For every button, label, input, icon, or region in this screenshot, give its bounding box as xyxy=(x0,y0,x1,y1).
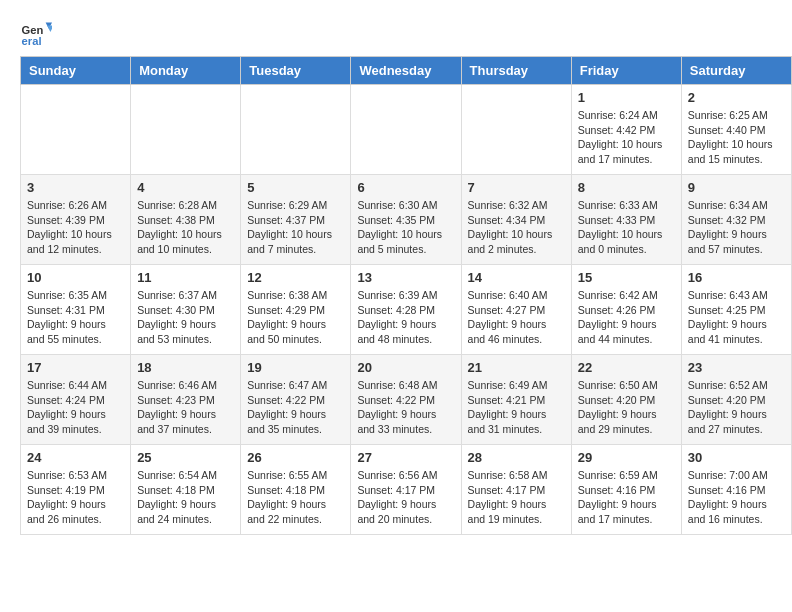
day-info: Sunrise: 6:26 AM Sunset: 4:39 PM Dayligh… xyxy=(27,198,124,257)
day-info: Sunrise: 6:44 AM Sunset: 4:24 PM Dayligh… xyxy=(27,378,124,437)
weekday-header-sunday: Sunday xyxy=(21,57,131,85)
calendar-cell: 30Sunrise: 7:00 AM Sunset: 4:16 PM Dayli… xyxy=(681,445,791,535)
day-number: 26 xyxy=(247,450,344,465)
day-info: Sunrise: 6:33 AM Sunset: 4:33 PM Dayligh… xyxy=(578,198,675,257)
logo-icon: Gen eral xyxy=(20,16,52,48)
day-info: Sunrise: 6:39 AM Sunset: 4:28 PM Dayligh… xyxy=(357,288,454,347)
day-info: Sunrise: 6:29 AM Sunset: 4:37 PM Dayligh… xyxy=(247,198,344,257)
calendar-cell: 11Sunrise: 6:37 AM Sunset: 4:30 PM Dayli… xyxy=(131,265,241,355)
day-number: 9 xyxy=(688,180,785,195)
calendar-cell: 13Sunrise: 6:39 AM Sunset: 4:28 PM Dayli… xyxy=(351,265,461,355)
day-number: 8 xyxy=(578,180,675,195)
calendar-week-5: 24Sunrise: 6:53 AM Sunset: 4:19 PM Dayli… xyxy=(21,445,792,535)
calendar-cell: 26Sunrise: 6:55 AM Sunset: 4:18 PM Dayli… xyxy=(241,445,351,535)
day-number: 28 xyxy=(468,450,565,465)
day-info: Sunrise: 6:38 AM Sunset: 4:29 PM Dayligh… xyxy=(247,288,344,347)
calendar-table: SundayMondayTuesdayWednesdayThursdayFrid… xyxy=(20,56,792,535)
calendar-cell: 8Sunrise: 6:33 AM Sunset: 4:33 PM Daylig… xyxy=(571,175,681,265)
day-info: Sunrise: 6:49 AM Sunset: 4:21 PM Dayligh… xyxy=(468,378,565,437)
day-info: Sunrise: 7:00 AM Sunset: 4:16 PM Dayligh… xyxy=(688,468,785,527)
calendar-cell: 25Sunrise: 6:54 AM Sunset: 4:18 PM Dayli… xyxy=(131,445,241,535)
logo: Gen eral xyxy=(20,16,56,48)
day-number: 20 xyxy=(357,360,454,375)
calendar-cell: 27Sunrise: 6:56 AM Sunset: 4:17 PM Dayli… xyxy=(351,445,461,535)
calendar-wrapper: SundayMondayTuesdayWednesdayThursdayFrid… xyxy=(0,56,792,545)
day-info: Sunrise: 6:32 AM Sunset: 4:34 PM Dayligh… xyxy=(468,198,565,257)
day-info: Sunrise: 6:28 AM Sunset: 4:38 PM Dayligh… xyxy=(137,198,234,257)
calendar-cell: 29Sunrise: 6:59 AM Sunset: 4:16 PM Dayli… xyxy=(571,445,681,535)
day-info: Sunrise: 6:25 AM Sunset: 4:40 PM Dayligh… xyxy=(688,108,785,167)
day-number: 3 xyxy=(27,180,124,195)
day-number: 10 xyxy=(27,270,124,285)
day-number: 24 xyxy=(27,450,124,465)
day-info: Sunrise: 6:46 AM Sunset: 4:23 PM Dayligh… xyxy=(137,378,234,437)
weekday-header-friday: Friday xyxy=(571,57,681,85)
day-number: 4 xyxy=(137,180,234,195)
day-info: Sunrise: 6:24 AM Sunset: 4:42 PM Dayligh… xyxy=(578,108,675,167)
calendar-cell xyxy=(131,85,241,175)
day-info: Sunrise: 6:58 AM Sunset: 4:17 PM Dayligh… xyxy=(468,468,565,527)
calendar-cell: 1Sunrise: 6:24 AM Sunset: 4:42 PM Daylig… xyxy=(571,85,681,175)
calendar-cell xyxy=(21,85,131,175)
calendar-cell: 7Sunrise: 6:32 AM Sunset: 4:34 PM Daylig… xyxy=(461,175,571,265)
calendar-cell: 24Sunrise: 6:53 AM Sunset: 4:19 PM Dayli… xyxy=(21,445,131,535)
day-info: Sunrise: 6:37 AM Sunset: 4:30 PM Dayligh… xyxy=(137,288,234,347)
calendar-week-2: 3Sunrise: 6:26 AM Sunset: 4:39 PM Daylig… xyxy=(21,175,792,265)
calendar-cell: 23Sunrise: 6:52 AM Sunset: 4:20 PM Dayli… xyxy=(681,355,791,445)
day-info: Sunrise: 6:55 AM Sunset: 4:18 PM Dayligh… xyxy=(247,468,344,527)
calendar-cell: 6Sunrise: 6:30 AM Sunset: 4:35 PM Daylig… xyxy=(351,175,461,265)
calendar-cell: 22Sunrise: 6:50 AM Sunset: 4:20 PM Dayli… xyxy=(571,355,681,445)
day-number: 16 xyxy=(688,270,785,285)
day-info: Sunrise: 6:30 AM Sunset: 4:35 PM Dayligh… xyxy=(357,198,454,257)
day-number: 15 xyxy=(578,270,675,285)
calendar-cell xyxy=(461,85,571,175)
day-number: 29 xyxy=(578,450,675,465)
day-number: 27 xyxy=(357,450,454,465)
calendar-header-row: SundayMondayTuesdayWednesdayThursdayFrid… xyxy=(21,57,792,85)
calendar-cell xyxy=(351,85,461,175)
day-info: Sunrise: 6:54 AM Sunset: 4:18 PM Dayligh… xyxy=(137,468,234,527)
weekday-header-wednesday: Wednesday xyxy=(351,57,461,85)
day-info: Sunrise: 6:35 AM Sunset: 4:31 PM Dayligh… xyxy=(27,288,124,347)
day-info: Sunrise: 6:40 AM Sunset: 4:27 PM Dayligh… xyxy=(468,288,565,347)
day-number: 1 xyxy=(578,90,675,105)
weekday-header-thursday: Thursday xyxy=(461,57,571,85)
calendar-cell: 18Sunrise: 6:46 AM Sunset: 4:23 PM Dayli… xyxy=(131,355,241,445)
svg-text:Gen: Gen xyxy=(22,24,44,36)
calendar-cell: 19Sunrise: 6:47 AM Sunset: 4:22 PM Dayli… xyxy=(241,355,351,445)
day-number: 18 xyxy=(137,360,234,375)
weekday-header-tuesday: Tuesday xyxy=(241,57,351,85)
calendar-week-4: 17Sunrise: 6:44 AM Sunset: 4:24 PM Dayli… xyxy=(21,355,792,445)
calendar-cell: 17Sunrise: 6:44 AM Sunset: 4:24 PM Dayli… xyxy=(21,355,131,445)
day-number: 7 xyxy=(468,180,565,195)
day-number: 13 xyxy=(357,270,454,285)
calendar-cell: 12Sunrise: 6:38 AM Sunset: 4:29 PM Dayli… xyxy=(241,265,351,355)
calendar-cell: 16Sunrise: 6:43 AM Sunset: 4:25 PM Dayli… xyxy=(681,265,791,355)
calendar-cell: 4Sunrise: 6:28 AM Sunset: 4:38 PM Daylig… xyxy=(131,175,241,265)
day-info: Sunrise: 6:50 AM Sunset: 4:20 PM Dayligh… xyxy=(578,378,675,437)
day-number: 22 xyxy=(578,360,675,375)
calendar-cell: 21Sunrise: 6:49 AM Sunset: 4:21 PM Dayli… xyxy=(461,355,571,445)
day-info: Sunrise: 6:52 AM Sunset: 4:20 PM Dayligh… xyxy=(688,378,785,437)
svg-text:eral: eral xyxy=(22,35,42,47)
day-number: 11 xyxy=(137,270,234,285)
day-number: 25 xyxy=(137,450,234,465)
day-info: Sunrise: 6:48 AM Sunset: 4:22 PM Dayligh… xyxy=(357,378,454,437)
day-number: 30 xyxy=(688,450,785,465)
calendar-cell xyxy=(241,85,351,175)
day-info: Sunrise: 6:43 AM Sunset: 4:25 PM Dayligh… xyxy=(688,288,785,347)
day-number: 5 xyxy=(247,180,344,195)
calendar-cell: 2Sunrise: 6:25 AM Sunset: 4:40 PM Daylig… xyxy=(681,85,791,175)
day-number: 23 xyxy=(688,360,785,375)
day-info: Sunrise: 6:42 AM Sunset: 4:26 PM Dayligh… xyxy=(578,288,675,347)
page-header: Gen eral xyxy=(0,0,792,56)
calendar-cell: 10Sunrise: 6:35 AM Sunset: 4:31 PM Dayli… xyxy=(21,265,131,355)
weekday-header-saturday: Saturday xyxy=(681,57,791,85)
day-info: Sunrise: 6:59 AM Sunset: 4:16 PM Dayligh… xyxy=(578,468,675,527)
calendar-cell: 15Sunrise: 6:42 AM Sunset: 4:26 PM Dayli… xyxy=(571,265,681,355)
day-number: 2 xyxy=(688,90,785,105)
calendar-week-1: 1Sunrise: 6:24 AM Sunset: 4:42 PM Daylig… xyxy=(21,85,792,175)
svg-marker-3 xyxy=(47,26,52,32)
day-info: Sunrise: 6:47 AM Sunset: 4:22 PM Dayligh… xyxy=(247,378,344,437)
calendar-cell: 28Sunrise: 6:58 AM Sunset: 4:17 PM Dayli… xyxy=(461,445,571,535)
